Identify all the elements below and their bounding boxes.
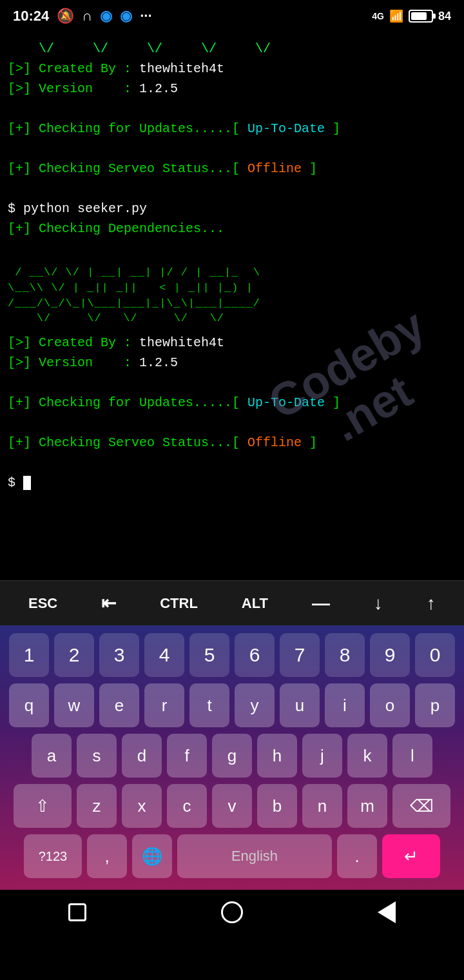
keyboard: 1 2 3 4 5 6 7 8 9 0 q w e r t y u i o p … — [0, 625, 464, 890]
key-l[interactable]: l — [392, 734, 432, 778]
key-w[interactable]: w — [54, 683, 94, 727]
spacer4 — [8, 239, 456, 259]
telegram-icon2: ◉ — [120, 8, 132, 24]
headphones-icon: ∩ — [82, 8, 92, 24]
prompt[interactable]: $ — [8, 473, 456, 493]
spacer2 — [8, 139, 456, 159]
status-right: 4G 📶 84 — [372, 9, 451, 23]
key-f[interactable]: f — [167, 734, 207, 778]
updates-top: [+] Checking for Updates.....[ Up-To-Dat… — [8, 119, 456, 139]
spacer5 — [8, 373, 456, 393]
home-icon — [221, 901, 243, 923]
dash-key[interactable]: — — [303, 588, 339, 619]
qwerty-row: q w e r t y u i o p — [4, 683, 460, 727]
cursor — [23, 476, 31, 490]
key-a[interactable]: a — [32, 734, 72, 778]
key-e[interactable]: e — [99, 683, 139, 727]
ascii-row3: /___/\_/\_|\___|___|_|\_\|___|____/ — [8, 296, 456, 311]
key-5[interactable]: 5 — [189, 633, 229, 677]
serveo-bot: [+] Checking Serveo Status...[ Offline ] — [8, 433, 456, 453]
battery-percent: 84 — [438, 10, 451, 23]
key-3[interactable]: 3 — [99, 633, 139, 677]
key-0[interactable]: 0 — [415, 633, 455, 677]
created-by-top: [>] Created By : thewhiteh4t — [8, 59, 456, 79]
key-4[interactable]: 4 — [144, 633, 184, 677]
key-2[interactable]: 2 — [54, 633, 94, 677]
key-7[interactable]: 7 — [280, 633, 320, 677]
ascii-line-top: \/ \/ \/ \/ \/ — [8, 39, 456, 59]
key-u[interactable]: u — [280, 683, 320, 727]
more-icon: ··· — [140, 8, 151, 24]
alt-key[interactable]: ALT — [233, 590, 277, 617]
created-by-bot: [>] Created By : thewhiteh4t — [8, 333, 456, 353]
version-bot: [>] Version : 1.2.5 — [8, 353, 456, 373]
key-j[interactable]: j — [302, 734, 342, 778]
battery-icon — [409, 10, 433, 23]
spacer1 — [8, 99, 456, 119]
key-m[interactable]: m — [347, 784, 387, 828]
spacer3 — [8, 179, 456, 199]
key-h[interactable]: h — [257, 734, 297, 778]
telegram-icon: ◉ — [100, 8, 112, 24]
updates-bot: [+] Checking for Updates.....[ Up-To-Dat… — [8, 393, 456, 413]
dot-key[interactable]: . — [337, 834, 377, 878]
enter-key[interactable]: ↵ — [382, 834, 440, 878]
key-y[interactable]: y — [235, 683, 275, 727]
status-bar: 10:24 🔕 ∩ ◉ ◉ ··· 4G 📶 84 — [0, 0, 464, 32]
arrow-down-key[interactable]: ↓ — [365, 588, 392, 619]
asdf-row: a s d f g h j k l — [4, 734, 460, 778]
key-p[interactable]: p — [415, 683, 455, 727]
key-k[interactable]: k — [347, 734, 387, 778]
key-i[interactable]: i — [325, 683, 365, 727]
key-g[interactable]: g — [212, 734, 252, 778]
ascii-row4: \/ \/ \/ \/ \/ — [8, 311, 456, 326]
back-button[interactable] — [371, 896, 403, 928]
version-top: [>] Version : 1.2.5 — [8, 79, 456, 99]
space-key[interactable]: English — [177, 834, 332, 878]
status-left: 10:24 🔕 ∩ ◉ ◉ ··· — [13, 8, 152, 24]
ascii-art-block: / __\/ \/ | __| __| |/ / | __|_ \ \__\\ … — [8, 259, 456, 333]
time: 10:24 — [13, 8, 49, 24]
key-q[interactable]: q — [9, 683, 49, 727]
key-d[interactable]: d — [122, 734, 162, 778]
key-x[interactable]: x — [122, 784, 162, 828]
arrow-up-key[interactable]: ↑ — [418, 588, 445, 619]
key-s[interactable]: s — [77, 734, 117, 778]
spacer6 — [8, 413, 456, 433]
serveo-top: [+] Checking Serveo Status...[ Offline ] — [8, 159, 456, 179]
key-9[interactable]: 9 — [370, 633, 410, 677]
key-8[interactable]: 8 — [325, 633, 365, 677]
key-t[interactable]: t — [189, 683, 229, 727]
signal-icon: 📶 — [389, 9, 403, 23]
esc-key[interactable]: ESC — [19, 590, 66, 617]
number-row: 1 2 3 4 5 6 7 8 9 0 — [4, 633, 460, 677]
key-n[interactable]: n — [302, 784, 342, 828]
comma-key[interactable]: , — [87, 834, 127, 878]
home-button[interactable] — [216, 896, 248, 928]
terminal: \/ \/ \/ \/ \/ [>] Created By : thewhite… — [0, 32, 464, 580]
ascii-row2: \__\\ \/ | _|| _|| < | _|| |_) | — [8, 280, 456, 296]
tab-key[interactable]: ⇤ — [92, 587, 125, 619]
alarm-icon: 🔕 — [57, 8, 74, 24]
backspace-key[interactable]: ⌫ — [392, 784, 450, 828]
key-v[interactable]: v — [212, 784, 252, 828]
navigation-bar — [0, 890, 464, 935]
numeric-key[interactable]: ?123 — [24, 834, 82, 878]
key-r[interactable]: r — [144, 683, 184, 727]
globe-key[interactable]: 🌐 — [132, 834, 172, 878]
dependencies: [+] Checking Dependencies... — [8, 219, 456, 239]
ctrl-key[interactable]: CTRL — [151, 590, 207, 617]
recent-apps-button[interactable] — [61, 896, 93, 928]
key-o[interactable]: o — [370, 683, 410, 727]
keyboard-toolbar: ESC ⇤ CTRL ALT — ↓ ↑ — [0, 580, 464, 625]
back-icon — [378, 901, 396, 923]
key-c[interactable]: c — [167, 784, 207, 828]
network-type: 4G — [372, 11, 384, 21]
spacer7 — [8, 453, 456, 473]
key-b[interactable]: b — [257, 784, 297, 828]
command: $ python seeker.py — [8, 199, 456, 219]
shift-key[interactable]: ⇧ — [14, 784, 72, 828]
key-z[interactable]: z — [77, 784, 117, 828]
key-1[interactable]: 1 — [9, 633, 49, 677]
key-6[interactable]: 6 — [235, 633, 275, 677]
